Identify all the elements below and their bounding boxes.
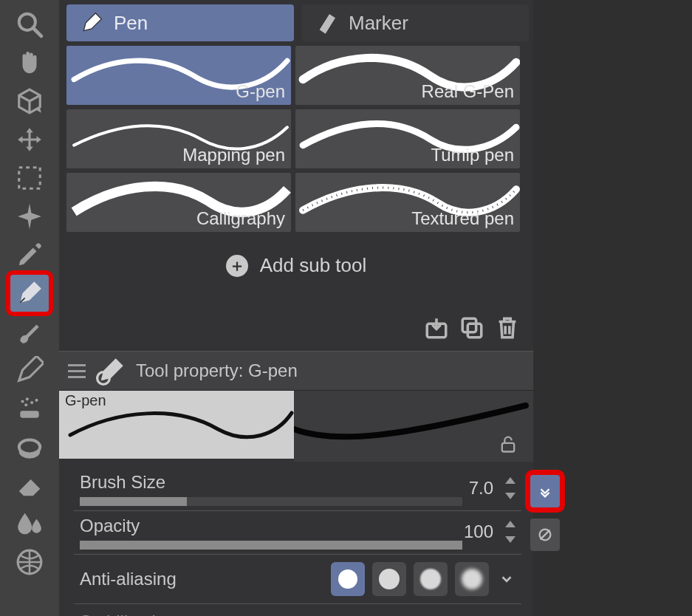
anti-aliasing-option-medium[interactable] bbox=[414, 562, 448, 596]
svg-point-6 bbox=[30, 401, 33, 404]
tab-pen[interactable]: Pen bbox=[66, 4, 294, 41]
stabilization-row: Stabilization bbox=[74, 604, 521, 616]
brush-preview-row: G-pen bbox=[59, 391, 533, 462]
panel-menu-button[interactable] bbox=[68, 364, 86, 378]
tool-pen[interactable] bbox=[10, 275, 49, 312]
svg-rect-12 bbox=[462, 318, 476, 332]
tool-eraser[interactable] bbox=[10, 467, 49, 504]
add-subtool-button[interactable]: ＋ Add sub tool bbox=[66, 232, 526, 312]
svg-point-8 bbox=[24, 403, 27, 406]
tool-fill-bucket[interactable] bbox=[10, 428, 49, 465]
tool-mesh[interactable] bbox=[10, 544, 49, 581]
anti-aliasing-option-strong[interactable] bbox=[455, 562, 489, 596]
subtool-actions bbox=[59, 312, 533, 351]
anti-aliasing-option-weak[interactable] bbox=[372, 562, 406, 596]
opacity-label: Opacity bbox=[80, 516, 462, 536]
svg-point-7 bbox=[35, 399, 38, 402]
brush-size-value[interactable]: 7.0 bbox=[469, 478, 493, 499]
tab-pen-label: Pen bbox=[114, 12, 148, 35]
tool-pan-hand[interactable] bbox=[10, 44, 49, 81]
svg-rect-13 bbox=[467, 324, 481, 337]
brush-size-dynamics-button[interactable] bbox=[530, 475, 560, 507]
tool-brush[interactable] bbox=[10, 313, 49, 350]
opacity-stepper[interactable] bbox=[499, 517, 521, 547]
tab-marker[interactable]: Marker bbox=[301, 4, 529, 41]
svg-rect-2 bbox=[19, 168, 41, 189]
opacity-dynamics-button[interactable] bbox=[530, 519, 560, 551]
opacity-slider[interactable] bbox=[80, 541, 462, 550]
tool-marquee[interactable] bbox=[10, 160, 49, 196]
svg-rect-16 bbox=[502, 443, 514, 452]
tab-marker-label: Marker bbox=[349, 12, 408, 35]
stabilization-label: Stabilization bbox=[80, 612, 175, 616]
subtool-g-pen[interactable]: G-pen bbox=[66, 46, 291, 105]
tool-property-body: Brush Size 7.0 Opacity 100 bbox=[59, 462, 533, 616]
svg-point-15 bbox=[102, 377, 106, 380]
opacity-row: Opacity 100 bbox=[74, 511, 521, 555]
svg-point-9 bbox=[19, 440, 41, 454]
subtool-tumip-pen[interactable]: Tumip pen bbox=[295, 109, 520, 168]
anti-aliasing-row: Anti-aliasing bbox=[74, 555, 521, 604]
add-subtool-label: Add sub tool bbox=[260, 254, 367, 277]
svg-point-5 bbox=[26, 397, 29, 400]
lock-transparency-button[interactable] bbox=[498, 434, 518, 457]
tool-blend[interactable] bbox=[10, 505, 49, 542]
subtool-mapping-pen[interactable]: Mapping pen bbox=[66, 109, 291, 168]
anti-aliasing-option-none[interactable] bbox=[331, 562, 365, 596]
subtool-textured-pen[interactable]: Textured pen bbox=[295, 173, 520, 232]
subtool-real-g-pen[interactable]: Real G-Pen bbox=[295, 46, 520, 105]
tool-object-3d[interactable] bbox=[10, 83, 49, 120]
anti-aliasing-expand[interactable] bbox=[496, 569, 517, 589]
subtool-panel: Pen Marker G-pen Real G-Pen Mapping bbox=[59, 0, 533, 616]
subtool-calligraphy[interactable]: Calligraphy bbox=[66, 173, 291, 232]
tool-sparkle[interactable] bbox=[10, 198, 49, 235]
svg-line-1 bbox=[33, 28, 41, 36]
tool-eyedropper[interactable] bbox=[10, 236, 49, 273]
anti-aliasing-label: Anti-aliasing bbox=[80, 569, 177, 589]
brush-preview[interactable]: G-pen bbox=[59, 391, 294, 459]
subtool-grid: G-pen Real G-Pen Mapping pen Tumip pen C… bbox=[66, 46, 526, 232]
vertical-toolbar bbox=[0, 0, 59, 616]
duplicate-subtool-button[interactable] bbox=[459, 315, 484, 340]
brush-size-row: Brush Size 7.0 bbox=[74, 468, 521, 511]
tool-property-header: Tool property: G-pen bbox=[59, 351, 533, 391]
tool-magnifier[interactable] bbox=[10, 6, 49, 43]
plus-icon: ＋ bbox=[226, 255, 248, 277]
svg-point-4 bbox=[21, 400, 24, 403]
subtool-label: Calligraphy bbox=[196, 208, 285, 229]
tool-move[interactable] bbox=[10, 121, 49, 158]
tool-category-tabs: Pen Marker bbox=[59, 0, 533, 46]
subtool-label: Tumip pen bbox=[431, 145, 515, 165]
tool-property-title: Tool property: G-pen bbox=[136, 360, 298, 381]
svg-rect-3 bbox=[20, 411, 38, 418]
subtool-label: Mapping pen bbox=[182, 145, 285, 165]
opacity-value[interactable]: 100 bbox=[464, 521, 493, 542]
brush-preview-label: G-pen bbox=[62, 392, 109, 409]
delete-subtool-button[interactable] bbox=[495, 315, 520, 340]
brush-size-slider[interactable] bbox=[80, 497, 462, 506]
tool-airbrush[interactable] bbox=[10, 390, 49, 427]
import-subtool-button[interactable] bbox=[424, 315, 449, 340]
subtool-label: Real G-Pen bbox=[422, 81, 514, 102]
tool-pencil[interactable] bbox=[10, 352, 49, 389]
brush-size-label: Brush Size bbox=[80, 472, 462, 493]
tool-property-icon[interactable] bbox=[96, 356, 126, 386]
brush-size-stepper[interactable] bbox=[499, 473, 521, 503]
subtool-label: G-pen bbox=[236, 81, 285, 102]
subtool-label: Textured pen bbox=[411, 208, 514, 229]
